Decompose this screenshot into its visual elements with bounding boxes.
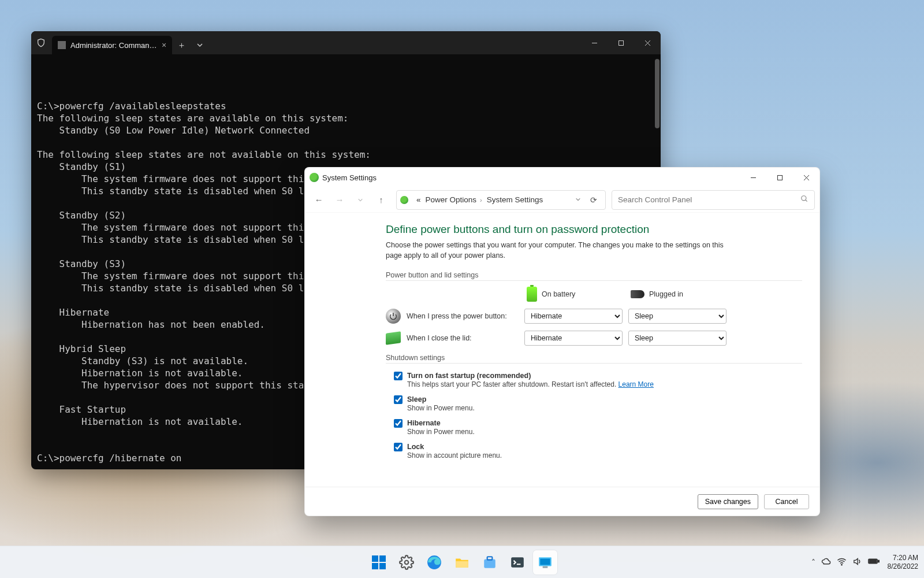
close-icon[interactable]: × xyxy=(162,40,166,50)
cancel-button[interactable]: Cancel xyxy=(764,494,809,509)
tray-icons[interactable]: ˄ xyxy=(811,557,880,568)
search-box[interactable] xyxy=(612,190,815,210)
taskbar[interactable]: ˄ 7:20 AM 8/26/2022 xyxy=(0,546,924,578)
terminal-line: The following sleep states are available… xyxy=(37,112,655,124)
shutdown-settings-list: Turn on fast startup (recommended)This h… xyxy=(386,369,802,464)
shutdown-item-title: Turn on fast startup (recommended) xyxy=(407,372,531,380)
terminal-line: C:\>powercfg /availablesleepstates xyxy=(37,100,655,112)
maximize-button[interactable] xyxy=(608,31,634,54)
terminal-tab-title: Administrator: Command Pro xyxy=(70,41,157,50)
taskbar-edge[interactable] xyxy=(422,550,446,575)
start-button[interactable] xyxy=(367,550,391,575)
shutdown-item-sub: Show in Power menu. xyxy=(407,428,475,436)
row-close-lid: When I close the lid: xyxy=(386,332,519,344)
svg-line-5 xyxy=(806,200,807,202)
shutdown-checkbox[interactable] xyxy=(394,443,403,451)
shutdown-item: Turn on fast startup (recommended)This h… xyxy=(386,369,802,393)
shutdown-item-sub: This helps start your PC faster after sh… xyxy=(407,380,654,388)
chevron-up-icon[interactable]: ˄ xyxy=(811,558,815,567)
wifi-icon[interactable] xyxy=(837,557,847,568)
search-icon xyxy=(800,195,808,205)
taskbar-store[interactable] xyxy=(478,550,502,575)
navigation-row: ← → ↑ « Power Options › System Settings … xyxy=(305,187,819,213)
minimize-button[interactable] xyxy=(581,31,608,54)
refresh-button[interactable]: ⟳ xyxy=(586,195,602,205)
svg-rect-18 xyxy=(869,560,876,563)
shutdown-checkbox[interactable] xyxy=(394,372,403,380)
shutdown-checkbox[interactable] xyxy=(394,395,403,404)
window-title: System Settings xyxy=(322,173,377,182)
system-tray[interactable]: ˄ 7:20 AM 8/26/2022 xyxy=(811,554,918,571)
windows-logo-icon xyxy=(372,555,386,569)
maximize-button[interactable] xyxy=(766,168,793,187)
select-lid-plugged[interactable]: Sleep xyxy=(628,331,726,346)
forward-button[interactable]: → xyxy=(330,191,349,209)
cp-titlebar[interactable]: System Settings xyxy=(305,168,819,187)
terminal-tab[interactable]: Administrator: Command Pro × xyxy=(52,36,172,54)
svg-rect-10 xyxy=(487,557,493,560)
onedrive-icon[interactable] xyxy=(821,557,831,568)
shutdown-item: HibernateShow in Power menu. xyxy=(386,417,802,440)
up-button[interactable]: ↑ xyxy=(372,191,390,209)
shutdown-item: LockShow in account picture menu. xyxy=(386,440,802,464)
plug-icon xyxy=(631,290,644,298)
cp-content: Define power buttons and turn on passwor… xyxy=(305,213,819,487)
taskbar-control-panel[interactable] xyxy=(533,550,557,575)
power-options-icon xyxy=(310,173,319,182)
address-dropdown[interactable] xyxy=(575,195,581,204)
svg-point-4 xyxy=(802,196,806,201)
tab-dropdown-button[interactable] xyxy=(191,36,209,54)
search-input[interactable] xyxy=(618,195,800,204)
taskbar-file-explorer[interactable] xyxy=(450,550,474,575)
close-button[interactable] xyxy=(634,31,661,54)
minimize-button[interactable] xyxy=(740,168,766,187)
tray-date: 8/26/2022 xyxy=(888,562,918,571)
battery-tray-icon[interactable] xyxy=(868,557,880,567)
terminal-titlebar[interactable]: Administrator: Command Pro × ＋ xyxy=(31,31,661,54)
svg-rect-17 xyxy=(878,560,879,562)
svg-rect-9 xyxy=(484,559,495,568)
shutdown-checkbox[interactable] xyxy=(394,419,403,428)
breadcrumb-root[interactable]: « xyxy=(416,195,421,204)
shutdown-item-title: Hibernate xyxy=(407,419,441,427)
column-on-battery: On battery xyxy=(524,287,623,302)
terminal-line: Standby (S0 Low Power Idle) Network Conn… xyxy=(37,124,655,136)
breadcrumb-seg-system-settings[interactable]: System Settings xyxy=(487,195,543,204)
back-button[interactable]: ← xyxy=(310,191,328,209)
new-tab-button[interactable]: ＋ xyxy=(172,36,191,54)
power-options-icon xyxy=(400,196,408,204)
shutdown-item-title: Lock xyxy=(407,443,424,451)
svg-rect-13 xyxy=(540,558,550,565)
taskbar-settings[interactable] xyxy=(394,550,419,575)
page-description: Choose the power settings that you want … xyxy=(386,240,726,261)
cmd-icon xyxy=(58,41,66,49)
shutdown-item-sub: Show in Power menu. xyxy=(407,404,475,412)
row-power-button: When I press the power button: xyxy=(386,309,519,324)
power-button-icon xyxy=(386,309,401,324)
save-changes-button[interactable]: Save changes xyxy=(698,494,758,509)
svg-point-15 xyxy=(841,564,841,565)
control-panel-window: System Settings ← → ↑ « Power Options › … xyxy=(304,167,820,516)
select-power-button-battery[interactable]: Hibernate xyxy=(524,309,623,324)
chevron-right-icon: › xyxy=(480,197,482,203)
recent-dropdown[interactable] xyxy=(351,191,370,209)
taskbar-clock[interactable]: 7:20 AM 8/26/2022 xyxy=(888,554,918,571)
svg-rect-3 xyxy=(777,175,782,180)
svg-rect-1 xyxy=(619,40,623,45)
close-button[interactable] xyxy=(793,168,819,187)
shutdown-item: SleepShow in Power menu. xyxy=(386,393,802,417)
section-shutdown-settings: Shutdown settings xyxy=(386,354,802,364)
tray-time: 7:20 AM xyxy=(888,554,918,562)
volume-icon[interactable] xyxy=(852,557,862,568)
scrollbar[interactable] xyxy=(655,59,660,128)
section-power-button: Power button and lid settings xyxy=(386,271,802,281)
select-lid-battery[interactable]: Hibernate xyxy=(524,331,623,346)
taskbar-terminal[interactable] xyxy=(505,550,530,575)
address-bar[interactable]: « Power Options › System Settings ⟳ xyxy=(396,190,606,210)
terminal-line xyxy=(37,136,655,149)
breadcrumb-seg-power-options[interactable]: Power Options › xyxy=(426,195,482,204)
shutdown-item-sub: Show in account picture menu. xyxy=(407,451,502,460)
learn-more-link[interactable]: Learn More xyxy=(619,380,654,388)
svg-rect-14 xyxy=(543,566,548,568)
select-power-button-plugged[interactable]: Sleep xyxy=(628,309,726,324)
